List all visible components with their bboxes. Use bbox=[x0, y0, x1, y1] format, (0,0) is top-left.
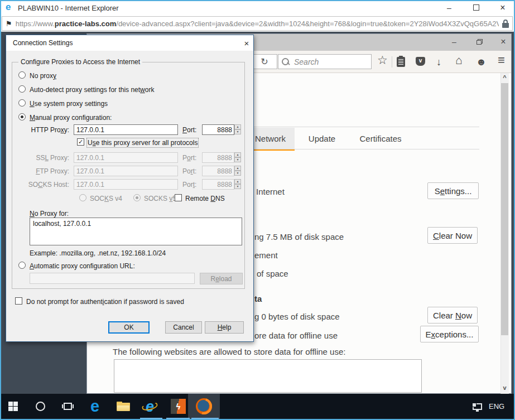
cancel-button[interactable]: Cancel bbox=[165, 321, 202, 334]
http-port-field[interactable]: ▲ ▼ bbox=[202, 124, 241, 135]
ssl-proxy-input[interactable] bbox=[74, 152, 178, 163]
offline-heading-fragment: ta bbox=[254, 294, 262, 303]
tab-update-label: Update bbox=[309, 134, 335, 143]
reload-button[interactable]: ↻ bbox=[252, 54, 277, 69]
remote-dns-checkbox[interactable] bbox=[175, 194, 182, 201]
spin-up-button[interactable]: ▲ bbox=[234, 152, 241, 157]
radio-socks-v5[interactable] bbox=[133, 194, 141, 201]
scrollbar-down-arrow[interactable]: v bbox=[500, 384, 509, 391]
ftp-port-input[interactable] bbox=[202, 166, 234, 176]
spin-down-icon: ▼ bbox=[237, 171, 239, 175]
spin-up-button[interactable]: ▲ bbox=[234, 179, 241, 184]
reload-button-label: Reload bbox=[210, 275, 232, 283]
spin-up-button[interactable]: ▲ bbox=[234, 166, 241, 171]
edge-taskbar-icon[interactable]: e bbox=[90, 398, 99, 414]
dialog-close-button[interactable]: × bbox=[240, 37, 253, 49]
radio-no-proxy-label[interactable]: No proxy bbox=[30, 72, 56, 80]
check-icon: ✓ bbox=[78, 138, 83, 145]
spin-down-button[interactable]: ▼ bbox=[234, 171, 241, 176]
http-port-input[interactable] bbox=[202, 124, 234, 135]
all-protocols-label[interactable]: Use this proxy server for all protocols bbox=[88, 139, 198, 147]
exceptions-button-label: Exceptions... bbox=[426, 330, 474, 339]
radio-auto-url-label[interactable]: Automatic proxy configuration URL: bbox=[30, 262, 135, 270]
ie-minimize-button[interactable]: – bbox=[441, 0, 458, 15]
no-proxy-for-textarea[interactable]: localhost, 127.0.0.1 bbox=[30, 218, 242, 245]
dialog-title: Connection Settings bbox=[13, 39, 73, 47]
clear-cache-button[interactable]: Clear Now bbox=[427, 227, 478, 244]
ok-button[interactable]: OK bbox=[108, 321, 150, 334]
scrollbar-up-arrow[interactable]: ^ bbox=[500, 74, 509, 81]
ftp-port-field[interactable]: ▲ ▼ bbox=[202, 166, 241, 176]
ie-frame-left bbox=[0, 0, 1, 420]
spin-down-button[interactable]: ▼ bbox=[234, 184, 241, 189]
fiddler-taskbar-icon[interactable]: ϟ bbox=[171, 399, 186, 414]
radio-socks-v4-label[interactable]: SOCKS v4 bbox=[90, 195, 122, 202]
offline-sites-listbox[interactable] bbox=[114, 359, 422, 393]
reload-button-dialog[interactable]: Reload bbox=[200, 273, 243, 284]
clear-appcache-button[interactable]: Clear Now bbox=[427, 307, 478, 324]
help-button[interactable]: Help bbox=[205, 321, 244, 334]
spin-down-button[interactable]: ▼ bbox=[234, 157, 241, 162]
remote-dns-label[interactable]: Remote DNS bbox=[185, 195, 225, 202]
hello-smiley-icon[interactable]: ☻ bbox=[476, 56, 487, 68]
clear-appcache-button-label: Clear Now bbox=[433, 311, 472, 320]
socks-port-field[interactable]: ▲ ▼ bbox=[202, 179, 241, 190]
radio-auto-url[interactable] bbox=[18, 262, 26, 269]
ssl-port-label: Port: bbox=[182, 154, 196, 162]
exceptions-button[interactable]: Exceptions... bbox=[420, 326, 479, 342]
tab-certificates[interactable]: Certificates bbox=[349, 128, 412, 149]
scrollbar-thumb[interactable] bbox=[501, 83, 508, 335]
cortana-button[interactable] bbox=[36, 402, 45, 411]
firefox-minimize-button[interactable]: – bbox=[443, 34, 465, 50]
radio-manual-proxy-label[interactable]: Manual proxy configuration: bbox=[30, 114, 112, 122]
tab-update[interactable]: Update bbox=[295, 128, 349, 149]
spin-down-button[interactable]: ▼ bbox=[234, 129, 241, 134]
radio-auto-detect[interactable] bbox=[18, 85, 26, 93]
downloads-icon[interactable]: ↓ bbox=[436, 56, 441, 68]
radio-auto-detect-label[interactable]: Auto-detect proxy settings for this netw… bbox=[30, 86, 154, 94]
firefox-close-button[interactable]: × bbox=[492, 34, 514, 50]
network-tray-icon[interactable] bbox=[473, 403, 482, 410]
spin-up-button[interactable]: ▲ bbox=[234, 124, 241, 129]
ssl-port-input[interactable] bbox=[202, 152, 234, 163]
task-view-button[interactable] bbox=[64, 403, 72, 410]
firefox-taskbar-icon[interactable] bbox=[196, 398, 212, 414]
auto-url-input[interactable] bbox=[30, 273, 195, 284]
pocket-icon[interactable]: v bbox=[416, 57, 425, 66]
offline-ask-fragment: ore data for offline use bbox=[254, 331, 338, 340]
radio-no-proxy[interactable] bbox=[18, 71, 26, 79]
radio-system-proxy-label[interactable]: Use system proxy settings bbox=[30, 100, 108, 108]
no-prompt-label[interactable]: Do not prompt for authentication if pass… bbox=[26, 298, 184, 306]
radio-manual-proxy[interactable] bbox=[18, 113, 26, 120]
radio-system-proxy[interactable] bbox=[18, 99, 26, 107]
spin-up-icon: ▲ bbox=[237, 166, 239, 170]
firefox-restore-button[interactable] bbox=[468, 34, 490, 50]
reading-list-icon[interactable] bbox=[397, 57, 405, 67]
ie-maximize-button[interactable] bbox=[468, 0, 484, 15]
internet-explorer-taskbar-icon[interactable]: e bbox=[142, 398, 158, 415]
home-icon[interactable]: ⌂ bbox=[455, 54, 463, 66]
language-indicator[interactable]: ENG bbox=[489, 402, 504, 411]
ssl-port-field[interactable]: ▲ ▼ bbox=[202, 152, 241, 163]
no-prompt-checkbox[interactable] bbox=[15, 297, 22, 305]
ie-address-bar[interactable]: ⚑ https://www. practice-labs.com /device… bbox=[2, 16, 513, 31]
spin-up-icon: ▲ bbox=[237, 153, 239, 156]
dialog-titlebar[interactable]: Connection Settings × bbox=[6, 35, 253, 51]
radio-socks-v5-label[interactable]: SOCKS v5 bbox=[144, 195, 176, 202]
socks-port-input[interactable] bbox=[202, 179, 234, 190]
menu-hamburger-icon[interactable]: ≡ bbox=[498, 54, 505, 66]
maximize-icon bbox=[473, 4, 479, 11]
http-proxy-input[interactable] bbox=[74, 124, 178, 135]
bookmark-star-icon[interactable]: ☆ bbox=[377, 54, 388, 66]
ftp-proxy-input[interactable] bbox=[74, 166, 178, 176]
start-button[interactable] bbox=[8, 402, 18, 411]
socks-host-input[interactable] bbox=[74, 179, 178, 190]
search-box[interactable] bbox=[278, 54, 372, 69]
all-protocols-checkbox[interactable]: ✓ bbox=[77, 138, 84, 146]
file-explorer-taskbar-icon[interactable] bbox=[117, 402, 130, 412]
radio-socks-v4[interactable] bbox=[79, 194, 86, 201]
search-input[interactable] bbox=[293, 57, 368, 67]
start-square bbox=[13, 402, 18, 406]
ie-close-button[interactable]: × bbox=[494, 0, 511, 15]
connection-settings-button[interactable]: Settings... bbox=[427, 182, 479, 199]
